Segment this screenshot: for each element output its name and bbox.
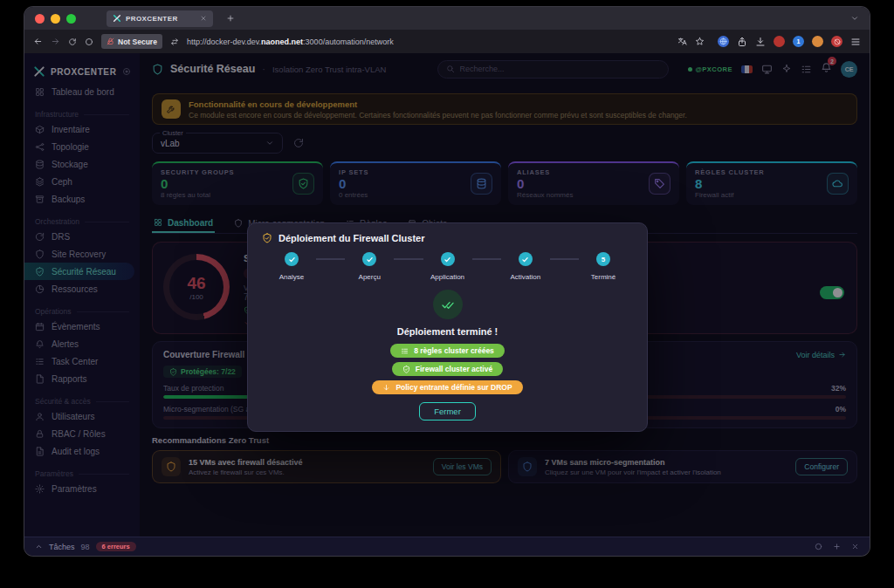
sidebar-item-dashboard[interactable]: Tableau de bord (24, 83, 140, 100)
step-application: Application (423, 252, 472, 281)
sidebar-item-evenements[interactable]: Évènements (24, 318, 140, 335)
step-termine: 5Terminé (579, 252, 628, 281)
cluster-select-label: Cluster (160, 129, 186, 137)
firewall-toggle[interactable] (820, 286, 844, 299)
extension-share-icon[interactable] (737, 37, 747, 47)
close-icon[interactable] (851, 543, 859, 550)
section-operations: Opérations (24, 305, 140, 318)
configurer-button[interactable]: Configurer (795, 458, 848, 475)
sidebar-item-rapports[interactable]: Rapports (24, 370, 140, 387)
new-tab-button[interactable] (226, 14, 235, 23)
target-icon[interactable] (815, 543, 822, 550)
url-field[interactable]: http://docker-dev.dev.naoned.net:3000/au… (187, 38, 670, 46)
sidebar-item-inventaire[interactable]: Inventaire (24, 120, 140, 138)
database-icon (471, 173, 492, 195)
extension-blocker-icon[interactable] (831, 36, 842, 47)
section-securite-acces: Sécurité & accès (24, 395, 140, 407)
flag-fr-icon[interactable] (741, 65, 753, 73)
tab-close-icon[interactable] (200, 15, 207, 22)
cluster-select[interactable]: Cluster vLab (152, 133, 283, 154)
add-icon[interactable] (833, 543, 841, 550)
modal-title: Déploiement du Firewall Cluster (279, 233, 424, 243)
sidebar-item-ceph[interactable]: Ceph (24, 173, 140, 190)
sidebar-item-securite-reseau[interactable]: Sécurité Réseau (24, 263, 134, 280)
success-circle (433, 290, 463, 319)
expand-tasks-icon[interactable] (35, 543, 43, 550)
downloads-icon[interactable] (755, 37, 766, 47)
sidebar-item-utilisateurs[interactable]: Utilisateurs (24, 407, 140, 425)
close-modal-button[interactable]: Fermer (419, 402, 476, 420)
sidebar-item-site-recovery[interactable]: Site Recovery (24, 245, 140, 263)
check-icon (521, 256, 529, 263)
maximize-window-button[interactable] (66, 14, 76, 24)
stat-ip-sets: IP SETS 0 0 entrées (330, 161, 501, 205)
wrench-icon (162, 99, 181, 119)
page-shield-icon (152, 64, 163, 75)
search-box[interactable] (437, 60, 669, 79)
shield-check-icon (169, 368, 177, 376)
avatar[interactable]: CE (841, 61, 857, 78)
header-actions: @PXCORE 2 CE (688, 61, 858, 78)
score-value: 46 (187, 274, 205, 293)
tab-dashboard[interactable]: Dashboard (152, 214, 215, 233)
sidebar-item-backups[interactable]: Backups (24, 190, 140, 208)
assistant-sparkle-icon[interactable] (781, 64, 792, 74)
section-infrastructure: Infrastructure (24, 108, 140, 120)
search-icon (446, 65, 455, 73)
sidebar-item-ressources[interactable]: Ressources (24, 280, 140, 297)
reload-button[interactable] (68, 38, 77, 46)
section-orchestration: Orchestration (24, 215, 140, 228)
tasklist-icon[interactable] (801, 64, 812, 75)
tabs-dropdown-icon[interactable] (850, 14, 859, 23)
sidebar-item-parametres[interactable]: Paramètres (24, 480, 140, 497)
notifications-bell[interactable]: 2 (821, 61, 832, 77)
resources-icon (35, 284, 45, 294)
sidebar-item-audit[interactable]: Audit et logs (24, 442, 140, 460)
sidebar-item-topologie[interactable]: Topologie (24, 138, 140, 155)
console-icon[interactable] (761, 64, 773, 75)
recommendations-title: Recommandations Zero Trust (152, 435, 857, 445)
sidebar-item-drs[interactable]: DRS (24, 228, 140, 245)
extension-onepassword-icon[interactable]: 1 (793, 36, 804, 47)
page-header: Sécurité Réseau · Isolation Zero Trust i… (140, 53, 870, 85)
shield-info-icon (518, 457, 537, 476)
deployment-modal: Déploiement du Firewall Cluster Analyse … (247, 222, 648, 432)
permissions-icon[interactable] (170, 38, 179, 46)
shield-warning-icon (162, 457, 181, 476)
refresh-cluster-icon[interactable] (293, 138, 304, 148)
sidebar-collapse-icon[interactable] (122, 67, 131, 76)
extension-orange-icon[interactable] (812, 36, 823, 47)
not-secure-chip[interactable]: Not Secure (101, 34, 162, 49)
stat-aliases: ALIASES 0 Réseaux nommés (508, 161, 679, 205)
sidebar-item-alertes[interactable]: Alertes (24, 335, 140, 352)
task-center-icon (35, 357, 45, 366)
minimize-window-button[interactable] (51, 14, 60, 24)
voir-les-vms-button[interactable]: Voir les VMs (433, 458, 492, 475)
close-window-button[interactable] (35, 14, 45, 24)
chevron-down-icon (265, 139, 274, 147)
shield-icon (234, 219, 243, 228)
cluster-status-badge[interactable]: @PXCORE (688, 65, 733, 73)
drs-icon (35, 232, 45, 242)
tracking-protection-icon[interactable] (85, 38, 93, 46)
browser-tab[interactable]: PROXCENTER (107, 10, 213, 27)
stat-regles-cluster: RÈGLES CLUSTER 8 Firewall actif (686, 161, 857, 205)
menu-hamburger-icon[interactable] (850, 37, 861, 47)
sidebar-item-task-center[interactable]: Task Center (24, 352, 140, 370)
bookmark-star-icon[interactable] (695, 37, 705, 46)
translate-icon[interactable] (677, 37, 687, 46)
forward-button[interactable] (51, 37, 60, 46)
cluster-row: Cluster vLab (152, 133, 857, 154)
sidebar-item-rbac[interactable]: RBAC / Rôles (24, 425, 140, 442)
search-input[interactable] (460, 65, 660, 73)
sidebar-item-stockage[interactable]: Stockage (24, 155, 140, 173)
extension-globe-icon[interactable] (718, 36, 729, 47)
tab-title: PROXCENTER (126, 15, 196, 23)
brand: PROXCENTER (24, 60, 140, 83)
back-button[interactable] (33, 37, 43, 46)
done-title: Déploiement terminé ! (262, 326, 633, 337)
details-link[interactable]: Voir détails (796, 351, 846, 359)
extension-red-icon[interactable] (774, 36, 785, 47)
tag-icon (649, 173, 670, 195)
reports-icon (35, 374, 45, 384)
